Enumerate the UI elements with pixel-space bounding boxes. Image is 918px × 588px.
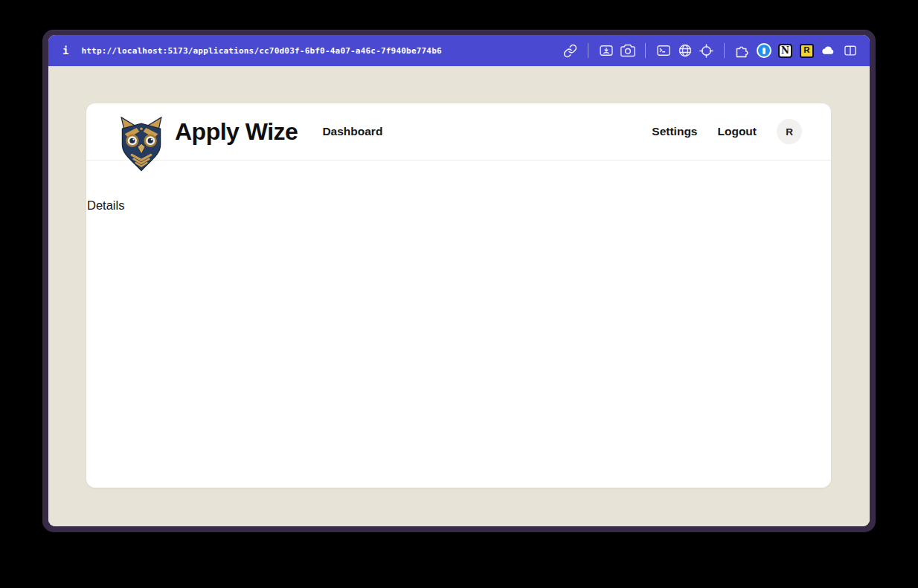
brand-title: Apply Wize [175, 118, 298, 146]
onepassword-circle [757, 43, 771, 58]
globe-icon[interactable] [677, 43, 693, 59]
camera-icon[interactable] [620, 43, 635, 59]
onepassword-bar [763, 48, 765, 54]
cloud-icon[interactable] [821, 43, 836, 59]
r-extension-icon[interactable]: R [799, 43, 815, 59]
logout-link[interactable]: Logout [717, 125, 757, 138]
toolbar-icon-group: N R [562, 43, 858, 59]
url-bar[interactable]: http://localhost:5173/applications/cc70d… [81, 46, 441, 56]
link-icon[interactable] [562, 43, 578, 59]
page-background: Apply Wize Dashboard Settings Logout R D… [48, 66, 870, 526]
browser-toolbar: i http://localhost:5173/applications/cc7… [48, 35, 870, 66]
r-extension-letter: R [800, 44, 814, 58]
notion-letter: N [778, 44, 792, 58]
owl-logo-icon [118, 117, 165, 173]
browser-window: i http://localhost:5173/applications/cc7… [42, 30, 876, 532]
browser-window-inner: i http://localhost:5173/applications/cc7… [48, 35, 870, 526]
card-body: Details [86, 161, 831, 488]
details-label: Details [87, 198, 831, 213]
info-icon[interactable]: i [62, 45, 68, 56]
nav-dashboard[interactable]: Dashboard [322, 125, 382, 138]
user-avatar[interactable]: R [777, 119, 802, 144]
toolbar-separator [588, 43, 588, 58]
image-download-icon[interactable] [598, 43, 614, 59]
split-view-icon[interactable] [842, 43, 858, 59]
notion-icon[interactable]: N [777, 43, 793, 59]
target-icon[interactable] [699, 43, 714, 59]
header-actions: Settings Logout R [652, 119, 802, 144]
toolbar-separator [645, 43, 646, 58]
toolbar-separator [724, 43, 725, 58]
app-header: Apply Wize Dashboard Settings Logout R [86, 103, 831, 161]
settings-link[interactable]: Settings [652, 125, 697, 138]
puzzle-icon[interactable] [734, 43, 750, 59]
onepassword-icon[interactable] [756, 43, 771, 59]
content-card: Apply Wize Dashboard Settings Logout R D… [86, 103, 831, 488]
terminal-icon[interactable] [655, 43, 671, 59]
